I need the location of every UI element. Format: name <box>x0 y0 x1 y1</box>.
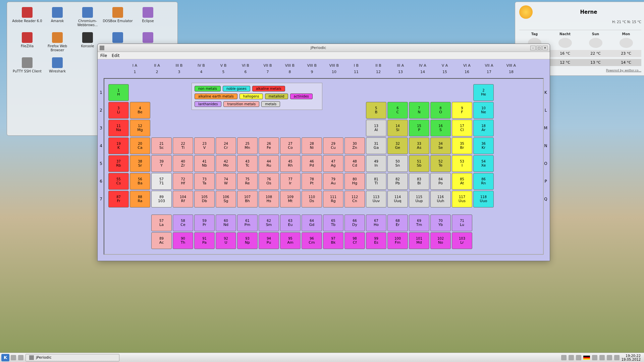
element-Uup[interactable]: 115Uup <box>409 191 429 207</box>
element-Er[interactable]: 68Er <box>387 215 408 231</box>
element-Hg[interactable]: 80Hg <box>344 173 365 190</box>
element-Os[interactable]: 76Os <box>259 173 279 190</box>
element-Be[interactable]: 4Be <box>130 102 150 119</box>
element-Uuq[interactable]: 114Uuq <box>387 191 408 207</box>
desktop-icon[interactable]: Amarok <box>42 7 72 27</box>
element-Uuh[interactable]: 116Uuh <box>430 191 451 207</box>
desktop-icon[interactable]: Adobe Reader 6.0 <box>12 7 42 27</box>
element-Rn[interactable]: 86Rn <box>473 173 494 190</box>
maximize-button[interactable]: ▢ <box>536 46 542 50</box>
element-He[interactable]: 2He <box>473 84 494 101</box>
element-O[interactable]: 8O <box>430 102 451 119</box>
element-Th[interactable]: 90Th <box>173 232 193 249</box>
tray-clock[interactable]: 19:20:22 19.05.2012 <box>622 354 643 361</box>
element-V[interactable]: 23V <box>194 137 215 154</box>
tray-updates-icon[interactable] <box>607 355 612 360</box>
element-71[interactable]: 5771 <box>151 173 172 190</box>
element-Xe[interactable]: 54Xe <box>473 155 494 172</box>
element-No[interactable]: 102No <box>430 232 451 249</box>
element-Pm[interactable]: 61Pm <box>237 215 258 231</box>
element-Ni[interactable]: 28Ni <box>302 137 322 154</box>
element-Bi[interactable]: 83Bi <box>409 173 429 190</box>
element-Rg[interactable]: 111Rg <box>323 191 343 207</box>
element-Sb[interactable]: 51Sb <box>409 155 429 172</box>
element-Sc[interactable]: 21Sc <box>151 137 172 154</box>
tray-clipboard-icon[interactable] <box>576 355 581 360</box>
element-Cm[interactable]: 96Cm <box>302 232 322 249</box>
element-Yb[interactable]: 70Yb <box>430 215 451 231</box>
element-Pr[interactable]: 59Pr <box>194 215 215 231</box>
element-Na[interactable]: 11Na <box>108 120 129 136</box>
element-Ta[interactable]: 73Ta <box>194 173 215 190</box>
element-Mg[interactable]: 12Mg <box>130 120 150 136</box>
menu-edit[interactable]: Edit <box>112 53 119 58</box>
element-La[interactable]: 57La <box>151 215 172 231</box>
element-Lu[interactable]: 71Lu <box>452 215 472 231</box>
element-Pu[interactable]: 94Pu <box>259 232 279 249</box>
element-H[interactable]: 1H <box>108 84 129 101</box>
element-Ir[interactable]: 77Ir <box>280 173 301 190</box>
element-Ne[interactable]: 10Ne <box>473 102 494 119</box>
tray-device-icon[interactable] <box>614 355 620 360</box>
element-Br[interactable]: 35Br <box>452 137 472 154</box>
element-C[interactable]: 6C <box>387 102 408 119</box>
element-Ca[interactable]: 20Ca <box>130 137 150 154</box>
element-Pa[interactable]: 91Pa <box>194 232 215 249</box>
element-Ti[interactable]: 22Ti <box>173 137 193 154</box>
element-Sm[interactable]: 62Sm <box>259 215 279 231</box>
element-Mt[interactable]: 109Mt <box>280 191 301 207</box>
element-Te[interactable]: 52Te <box>430 155 451 172</box>
element-103[interactable]: 89103 <box>151 191 172 207</box>
element-Se[interactable]: 34Se <box>430 137 451 154</box>
element-K[interactable]: 19K <box>108 137 129 154</box>
element-Bh[interactable]: 107Bh <box>237 191 258 207</box>
desktop-icon[interactable]: Firefox Web Browser <box>42 32 72 52</box>
element-F[interactable]: 9F <box>452 102 472 119</box>
element-Cf[interactable]: 98Cf <box>344 232 365 249</box>
element-Ge[interactable]: 32Ge <box>387 137 408 154</box>
desktop-icon[interactable]: DOSBox Emulator <box>103 7 133 27</box>
element-Nb[interactable]: 41Nb <box>194 155 215 172</box>
element-Al[interactable]: 13Al <box>366 120 386 136</box>
element-Ho[interactable]: 67Ho <box>366 215 386 231</box>
element-Dy[interactable]: 66Dy <box>344 215 365 231</box>
element-Li[interactable]: 3Li <box>108 102 129 119</box>
element-Gd[interactable]: 64Gd <box>302 215 322 231</box>
element-Md[interactable]: 101Md <box>409 232 429 249</box>
element-Tc[interactable]: 43Tc <box>237 155 258 172</box>
element-Sn[interactable]: 50Sn <box>387 155 408 172</box>
element-Am[interactable]: 95Am <box>280 232 301 249</box>
element-Cl[interactable]: 17Cl <box>452 120 472 136</box>
desktop-icon[interactable]: FileZilla <box>12 32 42 52</box>
element-Eu[interactable]: 63Eu <box>280 215 301 231</box>
tray-mail-icon[interactable] <box>569 355 574 360</box>
taskbar-entry-jperiodic[interactable]: jPeriodic <box>25 354 119 361</box>
element-Np[interactable]: 93Np <box>237 232 258 249</box>
element-Uuv[interactable]: 113Uuv <box>366 191 386 207</box>
element-Sg[interactable]: 106Sg <box>216 191 236 207</box>
desktop-icon[interactable]: PuTTY SSH Client <box>12 57 42 73</box>
element-Y[interactable]: 39Y <box>151 155 172 172</box>
element-Kr[interactable]: 36Kr <box>473 137 494 154</box>
element-Tm[interactable]: 69Tm <box>409 215 429 231</box>
element-Rb[interactable]: 37Rb <box>108 155 129 172</box>
element-Tb[interactable]: 65Tb <box>323 215 343 231</box>
element-Hs[interactable]: 108Hs <box>259 191 279 207</box>
element-At[interactable]: 85At <box>452 173 472 190</box>
desktop-icon[interactable]: Eclipse <box>133 7 163 27</box>
element-Ra[interactable]: 88Ra <box>130 191 150 207</box>
element-Pt[interactable]: 78Pt <box>302 173 322 190</box>
element-I[interactable]: 53I <box>452 155 472 172</box>
tray-keyboard-flag-icon[interactable] <box>583 356 590 360</box>
element-U[interactable]: 92U <box>216 232 236 249</box>
element-Mo[interactable]: 42Mo <box>216 155 236 172</box>
tray-network-icon[interactable] <box>599 355 605 360</box>
element-Ac[interactable]: 89Ac <box>151 232 172 249</box>
menu-file[interactable]: File <box>100 53 107 58</box>
tray-desktops-icon[interactable] <box>561 355 567 360</box>
element-S[interactable]: 16S <box>430 120 451 136</box>
element-Cn[interactable]: 112Cn <box>344 191 365 207</box>
element-Ce[interactable]: 58Ce <box>173 215 193 231</box>
element-Rh[interactable]: 45Rh <box>280 155 301 172</box>
element-Ds[interactable]: 110Ds <box>302 191 322 207</box>
